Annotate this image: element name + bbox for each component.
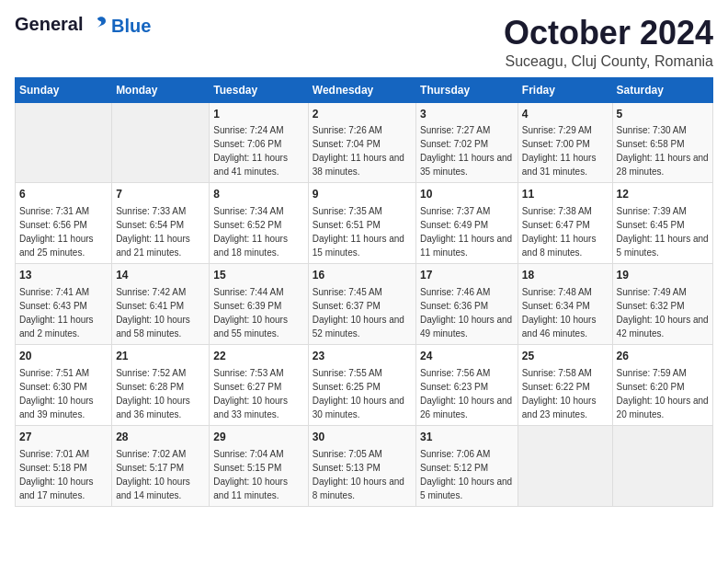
cell-content: Sunrise: 7:38 AMSunset: 6:47 PMDaylight:… [522,204,609,259]
cell-content: Sunrise: 7:45 AMSunset: 6:37 PMDaylight:… [313,285,412,340]
calendar-cell: 31Sunrise: 7:06 AMSunset: 5:12 PMDayligh… [416,425,518,506]
day-number: 9 [313,187,412,202]
calendar-cell: 3Sunrise: 7:27 AMSunset: 7:02 PMDaylight… [416,102,518,183]
week-row-5: 27Sunrise: 7:01 AMSunset: 5:18 PMDayligh… [16,425,713,506]
day-number: 19 [617,268,709,283]
day-number: 7 [116,187,205,202]
week-row-2: 6Sunrise: 7:31 AMSunset: 6:56 PMDaylight… [16,183,713,264]
cell-content: Sunrise: 7:01 AMSunset: 5:18 PMDaylight:… [19,447,108,502]
calendar-cell [518,425,612,506]
calendar-cell [112,102,210,183]
calendar-cell: 22Sunrise: 7:53 AMSunset: 6:27 PMDayligh… [210,344,308,425]
cell-content: Sunrise: 7:06 AMSunset: 5:12 PMDaylight:… [420,447,514,502]
cell-content: Sunrise: 7:30 AMSunset: 6:58 PMDaylight:… [617,123,709,178]
day-number: 20 [19,349,108,364]
cell-content: Sunrise: 7:37 AMSunset: 6:49 PMDaylight:… [420,204,514,259]
weekday-header-thursday: Thursday [416,77,518,102]
day-number: 22 [213,349,303,364]
day-number: 5 [617,107,709,122]
day-number: 24 [420,349,514,364]
day-number: 6 [19,187,108,202]
cell-content: Sunrise: 7:05 AMSunset: 5:13 PMDaylight:… [313,447,412,502]
calendar-cell: 9Sunrise: 7:35 AMSunset: 6:51 PMDaylight… [308,183,415,264]
calendar-cell: 11Sunrise: 7:38 AMSunset: 6:47 PMDayligh… [518,183,612,264]
cell-content: Sunrise: 7:44 AMSunset: 6:39 PMDaylight:… [213,285,303,340]
cell-content: Sunrise: 7:24 AMSunset: 7:06 PMDaylight:… [213,123,303,178]
calendar-cell [16,102,112,183]
cell-content: Sunrise: 7:42 AMSunset: 6:41 PMDaylight:… [116,285,205,340]
day-number: 29 [213,430,303,445]
cell-content: Sunrise: 7:51 AMSunset: 6:30 PMDaylight:… [19,366,108,421]
cell-content: Sunrise: 7:35 AMSunset: 6:51 PMDaylight:… [313,204,412,259]
calendar-cell: 14Sunrise: 7:42 AMSunset: 6:41 PMDayligh… [112,264,210,345]
logo: General Blue [15,15,151,35]
calendar-cell: 23Sunrise: 7:55 AMSunset: 6:25 PMDayligh… [308,344,415,425]
page-header: General Blue October 2024 Suceagu, Cluj … [15,15,713,70]
logo-bird-icon [87,15,108,35]
day-number: 25 [522,349,609,364]
month-title: October 2024 [504,15,713,52]
day-number: 23 [313,349,412,364]
calendar-cell: 15Sunrise: 7:44 AMSunset: 6:39 PMDayligh… [210,264,308,345]
title-section: October 2024 Suceagu, Cluj County, Roman… [504,15,713,70]
cell-content: Sunrise: 7:58 AMSunset: 6:22 PMDaylight:… [522,366,609,421]
day-number: 1 [213,107,303,122]
calendar-cell: 2Sunrise: 7:26 AMSunset: 7:04 PMDaylight… [308,102,415,183]
cell-content: Sunrise: 7:48 AMSunset: 6:34 PMDaylight:… [522,285,609,340]
cell-content: Sunrise: 7:33 AMSunset: 6:54 PMDaylight:… [116,204,205,259]
logo-blue: Blue [111,17,151,35]
week-row-3: 13Sunrise: 7:41 AMSunset: 6:43 PMDayligh… [16,264,713,345]
day-number: 14 [116,268,205,283]
day-number: 27 [19,430,108,445]
day-number: 10 [420,187,514,202]
day-number: 17 [420,268,514,283]
day-number: 4 [522,107,609,122]
day-number: 3 [420,107,514,122]
calendar-cell: 12Sunrise: 7:39 AMSunset: 6:45 PMDayligh… [612,183,712,264]
calendar-cell: 30Sunrise: 7:05 AMSunset: 5:13 PMDayligh… [308,425,415,506]
day-number: 28 [116,430,205,445]
calendar-cell: 25Sunrise: 7:58 AMSunset: 6:22 PMDayligh… [518,344,612,425]
day-number: 15 [213,268,303,283]
calendar-cell: 26Sunrise: 7:59 AMSunset: 6:20 PMDayligh… [612,344,712,425]
calendar-cell: 17Sunrise: 7:46 AMSunset: 6:36 PMDayligh… [416,264,518,345]
cell-content: Sunrise: 7:49 AMSunset: 6:32 PMDaylight:… [617,285,709,340]
weekday-header-sunday: Sunday [16,77,112,102]
calendar-cell: 8Sunrise: 7:34 AMSunset: 6:52 PMDaylight… [210,183,308,264]
day-number: 2 [313,107,412,122]
cell-content: Sunrise: 7:26 AMSunset: 7:04 PMDaylight:… [313,123,412,178]
weekday-header-row: SundayMondayTuesdayWednesdayThursdayFrid… [16,77,713,102]
calendar-cell: 20Sunrise: 7:51 AMSunset: 6:30 PMDayligh… [16,344,112,425]
weekday-header-tuesday: Tuesday [210,77,308,102]
calendar-cell: 16Sunrise: 7:45 AMSunset: 6:37 PMDayligh… [308,264,415,345]
cell-content: Sunrise: 7:52 AMSunset: 6:28 PMDaylight:… [116,366,205,421]
cell-content: Sunrise: 7:55 AMSunset: 6:25 PMDaylight:… [313,366,412,421]
cell-content: Sunrise: 7:46 AMSunset: 6:36 PMDaylight:… [420,285,514,340]
calendar-cell: 6Sunrise: 7:31 AMSunset: 6:56 PMDaylight… [16,183,112,264]
day-number: 8 [213,187,303,202]
calendar-cell: 21Sunrise: 7:52 AMSunset: 6:28 PMDayligh… [112,344,210,425]
calendar-cell: 13Sunrise: 7:41 AMSunset: 6:43 PMDayligh… [16,264,112,345]
calendar-cell: 1Sunrise: 7:24 AMSunset: 7:06 PMDaylight… [210,102,308,183]
cell-content: Sunrise: 7:27 AMSunset: 7:02 PMDaylight:… [420,123,514,178]
cell-content: Sunrise: 7:41 AMSunset: 6:43 PMDaylight:… [19,285,108,340]
weekday-header-wednesday: Wednesday [308,77,415,102]
cell-content: Sunrise: 7:34 AMSunset: 6:52 PMDaylight:… [213,204,303,259]
day-number: 31 [420,430,514,445]
calendar-cell: 18Sunrise: 7:48 AMSunset: 6:34 PMDayligh… [518,264,612,345]
day-number: 11 [522,187,609,202]
day-number: 26 [617,349,709,364]
logo-general: General [15,14,83,34]
day-number: 16 [313,268,412,283]
calendar-cell: 19Sunrise: 7:49 AMSunset: 6:32 PMDayligh… [612,264,712,345]
day-number: 21 [116,349,205,364]
cell-content: Sunrise: 7:02 AMSunset: 5:17 PMDaylight:… [116,447,205,502]
day-number: 18 [522,268,609,283]
calendar-cell: 5Sunrise: 7:30 AMSunset: 6:58 PMDaylight… [612,102,712,183]
cell-content: Sunrise: 7:56 AMSunset: 6:23 PMDaylight:… [420,366,514,421]
calendar-cell: 7Sunrise: 7:33 AMSunset: 6:54 PMDaylight… [112,183,210,264]
week-row-1: 1Sunrise: 7:24 AMSunset: 7:06 PMDaylight… [16,102,713,183]
calendar-cell: 4Sunrise: 7:29 AMSunset: 7:00 PMDaylight… [518,102,612,183]
calendar-cell [612,425,712,506]
cell-content: Sunrise: 7:53 AMSunset: 6:27 PMDaylight:… [213,366,303,421]
